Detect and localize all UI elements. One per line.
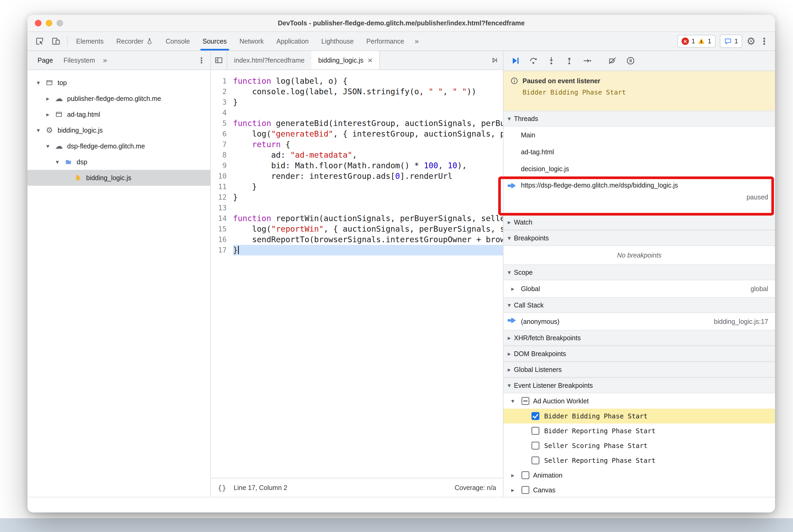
elb-group-canvas[interactable]: ▸ Canvas — [504, 482, 775, 497]
call-stack-frame-anonymous[interactable]: (anonymous) bidding_logic.js:17 — [504, 313, 775, 330]
code-text[interactable]: return { — [233, 139, 503, 150]
deactivate-breakpoints-button[interactable] — [605, 53, 620, 69]
tab-recorder[interactable]: Recorder — [110, 32, 159, 51]
thread-item-main[interactable]: Main — [504, 127, 775, 144]
messages-button[interactable]: 1 — [720, 35, 742, 48]
step-button[interactable] — [580, 53, 595, 69]
thread-item-decision-logic[interactable]: decision_logic.js — [504, 160, 775, 177]
zoom-window-button[interactable] — [57, 20, 63, 26]
line-number[interactable]: 12 — [211, 192, 233, 203]
code-text[interactable]: bid: Math.floor(Math.random() * 100, 10)… — [233, 160, 503, 171]
step-over-button[interactable] — [526, 53, 541, 69]
line-number[interactable]: 17 — [211, 245, 233, 255]
pretty-print-button[interactable]: {} — [218, 484, 226, 492]
line-number[interactable]: 3 — [211, 97, 233, 108]
close-window-button[interactable] — [35, 20, 41, 26]
line-number[interactable]: 16 — [211, 234, 233, 245]
line-number[interactable]: 11 — [211, 182, 233, 192]
step-into-button[interactable] — [544, 53, 559, 69]
expander-icon[interactable]: ▸ — [508, 472, 518, 479]
expander-icon[interactable]: ▸ — [43, 111, 53, 118]
tree-item-bidding-logic-file[interactable]: bidding_logic.js — [27, 170, 210, 186]
checkbox-checked[interactable] — [531, 412, 540, 420]
tab-elements[interactable]: Elements — [70, 32, 110, 51]
navigator-menu-icon[interactable]: ⋮ — [197, 56, 206, 65]
tree-item-dsp-folder[interactable]: ▾ dsp — [27, 154, 210, 170]
code-editor[interactable]: 1function log(label, o) {2 console.log(l… — [211, 70, 503, 478]
expander-icon[interactable]: ▾ — [33, 127, 43, 134]
checkbox-unchecked[interactable] — [531, 456, 540, 464]
code-text[interactable]: } — [233, 245, 503, 255]
elb-item-bidder-bidding-phase-start[interactable]: Bidder Bidding Phase Start — [504, 408, 775, 423]
line-number[interactable]: 8 — [211, 150, 233, 160]
device-toolbar-button[interactable] — [49, 34, 63, 48]
elb-item-seller-reporting-phase-start[interactable]: Seller Reporting Phase Start — [504, 453, 775, 468]
section-xhr-breakpoints[interactable]: ▸ XHR/fetch Breakpoints — [504, 330, 775, 346]
code-text[interactable]: console.log(label, JSON.stringify(o, " "… — [233, 87, 503, 97]
tab-sources[interactable]: Sources — [196, 32, 233, 51]
pause-on-exceptions-button[interactable] — [623, 53, 638, 69]
code-text[interactable] — [233, 203, 503, 213]
tab-performance[interactable]: Performance — [360, 32, 411, 51]
line-number[interactable]: 13 — [211, 203, 233, 213]
expander-icon[interactable]: ▸ — [43, 95, 53, 102]
tree-item-bidding-logic-worklet[interactable]: ▾ ⚙ bidding_logic.js — [27, 122, 210, 138]
expander-icon[interactable]: ▾ — [43, 142, 53, 150]
section-scope[interactable]: ▾ Scope — [504, 264, 775, 280]
resume-button[interactable] — [508, 53, 523, 69]
more-options-icon[interactable]: ⋮ — [760, 36, 769, 46]
tree-item-ad-tag[interactable]: ▸ ad-tag.html — [27, 107, 210, 122]
expander-icon[interactable]: ▸ — [508, 285, 518, 292]
line-number[interactable]: 6 — [211, 129, 233, 139]
navigator-tab-page[interactable]: Page — [32, 51, 58, 70]
expander-icon[interactable]: ▸ — [508, 487, 518, 494]
section-call-stack[interactable]: ▾ Call Stack — [504, 297, 775, 313]
code-text[interactable]: function reportWin(auctionSignals, perBu… — [233, 213, 503, 224]
expander-icon[interactable]: ▾ — [33, 79, 43, 87]
tree-item-top[interactable]: ▾ top — [27, 75, 210, 91]
tab-console[interactable]: Console — [159, 32, 196, 51]
checkbox-indeterminate[interactable] — [522, 397, 529, 405]
expander-icon[interactable]: ▾ — [508, 398, 518, 405]
toggle-navigator-button[interactable] — [211, 51, 227, 70]
elb-item-bidder-reporting-phase-start[interactable]: Bidder Reporting Phase Start — [504, 423, 775, 438]
line-number[interactable]: 14 — [211, 213, 233, 224]
line-number[interactable]: 9 — [211, 160, 233, 171]
line-number[interactable]: 10 — [211, 171, 233, 182]
tree-item-publisher-domain[interactable]: ▸ ☁ publisher-fledge-demo.glitch.me — [27, 91, 210, 107]
step-out-button[interactable] — [562, 53, 577, 69]
navigator-tab-filesystem[interactable]: Filesystem — [58, 51, 100, 70]
code-text[interactable]: } — [233, 97, 503, 108]
line-number[interactable]: 1 — [211, 76, 233, 87]
line-number[interactable]: 5 — [211, 118, 233, 129]
tree-item-dsp-domain[interactable]: ▾ ☁ dsp-fledge-demo.glitch.me — [27, 138, 210, 154]
code-text[interactable]: sendReportTo(browserSignals.interestGrou… — [233, 234, 503, 245]
settings-gear-icon[interactable]: ⚙ — [747, 35, 755, 47]
checkbox-unchecked[interactable] — [531, 442, 540, 450]
code-text[interactable]: log("reportWin", { auctionSignals, perBu… — [233, 224, 503, 234]
tab-lighthouse[interactable]: Lighthouse — [315, 32, 360, 51]
code-text[interactable]: } — [233, 182, 503, 192]
section-dom-breakpoints[interactable]: ▸ DOM Breakpoints — [504, 346, 775, 362]
code-text[interactable]: log("generateBid", { interestGroup, auct… — [233, 129, 503, 139]
tab-network[interactable]: Network — [233, 32, 270, 51]
elb-group-animation[interactable]: ▸ Animation — [504, 468, 775, 482]
elb-item-seller-scoring-phase-start[interactable]: Seller Scoring Phase Start — [504, 438, 775, 453]
code-text[interactable]: function log(label, o) { — [233, 76, 503, 87]
line-number[interactable]: 7 — [211, 139, 233, 150]
thread-item-ad-tag[interactable]: ad-tag.html — [504, 144, 775, 160]
line-number[interactable]: 15 — [211, 224, 233, 234]
code-text[interactable]: render: interestGroup.ads[0].renderUrl — [233, 171, 503, 182]
editor-tab-index-html[interactable]: index.html?fencedframe — [227, 51, 311, 70]
inspect-element-button[interactable] — [33, 34, 46, 48]
navigator-more-tabs-button[interactable]: » — [100, 56, 110, 64]
elb-group-ad-auction-worklet[interactable]: ▾ Ad Auction Worklet — [504, 393, 775, 408]
scope-row-global[interactable]: ▸ Global global — [504, 280, 775, 297]
close-tab-icon[interactable]: × — [368, 56, 373, 64]
code-text[interactable]: } — [233, 192, 503, 203]
thread-item-bidding-logic-paused[interactable]: https://dsp-fledge-demo.glitch.me/dsp/bi… — [504, 177, 775, 214]
checkbox-unchecked[interactable] — [531, 427, 540, 435]
minimize-window-button[interactable] — [46, 20, 52, 26]
line-number[interactable]: 2 — [211, 87, 233, 97]
issues-summary-button[interactable]: × 1 1 — [677, 35, 716, 48]
